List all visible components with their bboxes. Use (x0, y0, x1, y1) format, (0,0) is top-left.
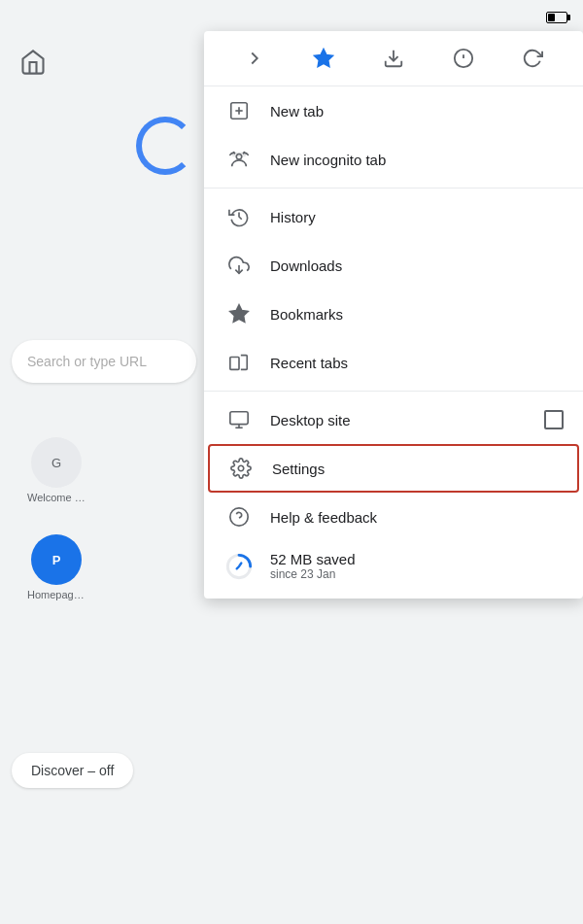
svg-rect-24 (230, 412, 248, 425)
help-feedback-label: Help & feedback (270, 509, 564, 526)
help-icon (223, 506, 255, 528)
forward-icon (244, 48, 265, 69)
desktop-site-checkbox[interactable] (544, 410, 564, 429)
svg-point-27 (238, 465, 244, 471)
recent-tabs-icon (223, 352, 255, 373)
svg-marker-9 (315, 50, 332, 66)
bookmarks-label: Bookmarks (270, 306, 564, 323)
shortcut-label-1: Welcome to... (27, 492, 86, 503)
saved-data-item: 52 MB saved since 23 Jan (204, 541, 583, 591)
new-tab-label: New tab (270, 103, 564, 120)
desktop-site-icon (223, 409, 255, 430)
new-incognito-label: New incognito tab (270, 152, 564, 168)
svg-rect-23 (230, 358, 239, 370)
discover-label: Discover – off (31, 763, 114, 778)
refresh-button[interactable] (515, 41, 550, 76)
menu-help-feedback[interactable]: Help & feedback (204, 493, 583, 541)
saved-sub-label: since 23 Jan (270, 567, 356, 581)
settings-icon (225, 458, 257, 479)
info-button[interactable] (446, 41, 481, 76)
incognito-icon (223, 149, 255, 170)
dropdown-menu: New tab New incognito tab History (204, 31, 583, 599)
download-button[interactable] (376, 41, 411, 76)
chrome-logo (136, 117, 194, 175)
forward-button[interactable] (237, 41, 272, 76)
shortcut-label-2: Homepage ... (27, 589, 86, 600)
svg-point-28 (230, 508, 248, 526)
downloads-icon (223, 255, 255, 276)
menu-recent-tabs[interactable]: Recent tabs (204, 338, 583, 387)
bookmarks-icon (223, 303, 255, 325)
menu-new-tab[interactable]: New tab (204, 86, 583, 135)
desktop-site-label: Desktop site (270, 412, 544, 428)
saved-main-label: 52 MB saved (270, 551, 356, 567)
home-svg (19, 49, 47, 76)
svg-marker-22 (230, 305, 248, 322)
bookmark-button[interactable] (306, 41, 341, 76)
shortcut-circle-1: G (31, 437, 82, 488)
recent-tabs-label: Recent tabs (270, 355, 564, 371)
refresh-icon (522, 48, 543, 69)
info-icon (453, 48, 474, 69)
menu-desktop-site[interactable]: Desktop site (204, 395, 583, 444)
history-label: History (270, 209, 564, 225)
toolbar-row (204, 31, 583, 86)
shortcut-item-2[interactable]: P Homepage ... (27, 534, 86, 600)
history-icon (223, 206, 255, 227)
savings-icon (223, 553, 255, 580)
discover-button[interactable]: Discover – off (12, 753, 133, 788)
download-icon (383, 48, 404, 69)
menu-history[interactable]: History (204, 192, 583, 241)
downloads-label: Downloads (270, 257, 564, 274)
saved-text: 52 MB saved since 23 Jan (270, 551, 356, 581)
shortcut-circle-2: P (31, 534, 82, 585)
home-icon[interactable] (19, 49, 47, 76)
menu-settings[interactable]: Settings (208, 444, 579, 493)
menu-bookmarks[interactable]: Bookmarks (204, 290, 583, 338)
search-bar-background[interactable]: Search or type URL (12, 340, 196, 383)
search-placeholder: Search or type URL (27, 354, 154, 369)
settings-label: Settings (272, 461, 562, 477)
svg-rect-20 (233, 154, 246, 156)
divider-2 (204, 391, 583, 392)
new-tab-icon (223, 100, 255, 121)
menu-downloads[interactable]: Downloads (204, 241, 583, 290)
bookmark-icon (313, 48, 334, 69)
shortcut-item-1[interactable]: G Welcome to... (27, 437, 86, 503)
menu-new-incognito[interactable]: New incognito tab (204, 135, 583, 184)
divider-1 (204, 188, 583, 188)
